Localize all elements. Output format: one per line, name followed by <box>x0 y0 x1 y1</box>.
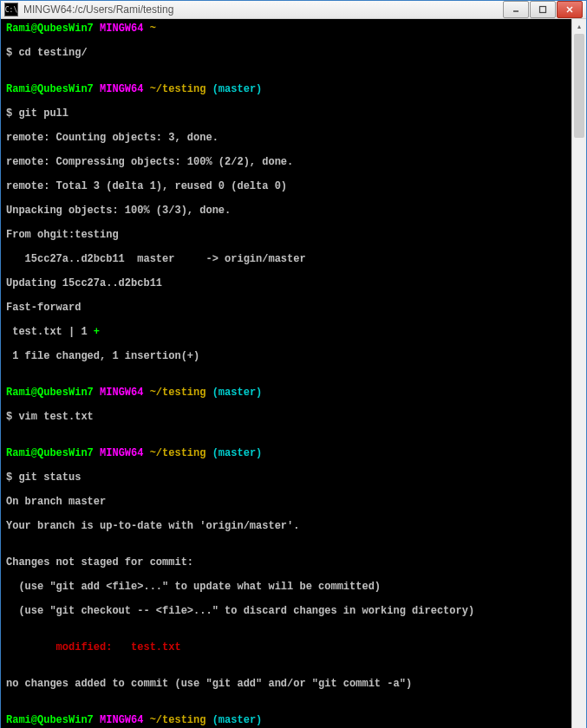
output-line: 1 file changed, 1 insertion(+) <box>6 350 566 362</box>
prompt-shell: MINGW64 <box>100 387 143 399</box>
prompt-path: ~/testing <box>150 447 206 459</box>
output-line: Changes not staged for commit: <box>6 556 566 569</box>
output-line: no changes added to commit (use "git add… <box>6 678 566 690</box>
output-line: Fast-forward <box>6 302 566 314</box>
window-title: MINGW64:/c/Users/Rami/testing <box>23 3 502 16</box>
minimize-button[interactable] <box>503 1 529 18</box>
cmd-pull: git pull <box>18 107 68 120</box>
window-titlebar[interactable]: C:\ MINGW64:/c/Users/Rami/testing <box>1 1 586 19</box>
prompt-branch: (master) <box>212 447 263 459</box>
plus-icon: + <box>94 326 100 338</box>
prompt-shell: MINGW64 <box>100 83 143 95</box>
cmd-cd: cd testing/ <box>18 47 87 59</box>
svg-rect-1 <box>540 7 546 13</box>
terminal-window: C:\ MINGW64:/c/Users/Rami/testing Rami@Q… <box>0 0 587 728</box>
app-icon: C:\ <box>4 3 18 16</box>
prompt-branch: (master) <box>212 387 263 399</box>
prompt-path: ~/testing <box>150 83 206 95</box>
cmd-status: git status <box>18 471 81 484</box>
output-line: Updating 15cc27a..d2bcb11 <box>6 277 566 289</box>
maximize-button[interactable] <box>530 1 556 18</box>
output-line: 15cc27a..d2bcb11 master -> origin/master <box>6 253 566 265</box>
prompt-symbol: $ <box>6 107 12 120</box>
output-line: (use "git add <file>..." to update what … <box>6 581 566 593</box>
output-line: Your branch is up-to-date with 'origin/m… <box>6 520 566 532</box>
prompt-symbol: $ <box>6 411 12 423</box>
prompt-path: ~/testing <box>150 387 206 399</box>
scroll-up-arrow[interactable]: ▴ <box>572 19 586 34</box>
output-line: From ohgit:testing <box>6 229 566 241</box>
output-line: remote: Total 3 (delta 1), reused 0 (del… <box>6 180 566 192</box>
prompt-user: Rami@QubesWin7 <box>6 387 94 399</box>
prompt-symbol: $ <box>6 471 12 484</box>
output-line: (use "git checkout -- <file>..." to disc… <box>6 605 566 617</box>
prompt-path: ~/testing <box>150 714 206 726</box>
output-line: test.txt | 1 <box>6 326 94 338</box>
cmd-vim: vim test.txt <box>18 411 93 423</box>
prompt-user: Rami@QubesWin7 <box>6 447 94 459</box>
prompt-path: ~ <box>150 23 156 35</box>
prompt-user: Rami@QubesWin7 <box>6 83 94 95</box>
scroll-thumb[interactable] <box>574 34 584 138</box>
output-line: remote: Counting objects: 3, done. <box>6 132 566 144</box>
prompt-shell: MINGW64 <box>100 714 143 726</box>
vertical-scrollbar[interactable]: ▴ <box>571 19 586 728</box>
prompt-branch: (master) <box>212 83 263 95</box>
prompt-shell: MINGW64 <box>100 23 143 35</box>
modified-file: modified: test.txt <box>6 641 566 653</box>
prompt-symbol: $ <box>6 47 12 59</box>
terminal-output[interactable]: Rami@QubesWin7 MINGW64 ~ $ cd testing/ R… <box>1 19 571 728</box>
window-controls <box>502 1 583 18</box>
close-button[interactable] <box>557 1 583 18</box>
prompt-user: Rami@QubesWin7 <box>6 23 94 35</box>
output-line: On branch master <box>6 496 566 508</box>
terminal-area: Rami@QubesWin7 MINGW64 ~ $ cd testing/ R… <box>1 19 586 728</box>
output-line: Unpacking objects: 100% (3/3), done. <box>6 205 566 217</box>
prompt-shell: MINGW64 <box>100 447 143 459</box>
prompt-user: Rami@QubesWin7 <box>6 714 94 726</box>
prompt-branch: (master) <box>212 714 263 726</box>
output-line: remote: Compressing objects: 100% (2/2),… <box>6 156 566 168</box>
